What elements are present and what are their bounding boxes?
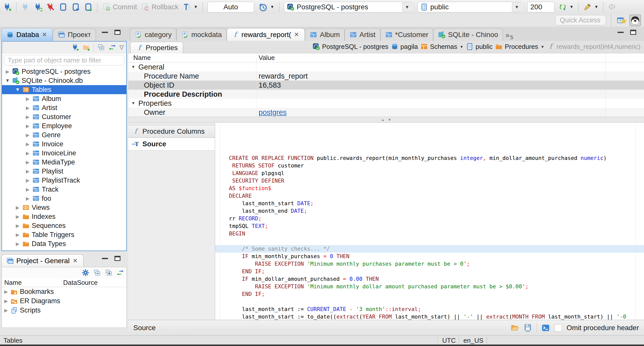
tree-item-mediatype[interactable]: ▶MediaType [2, 158, 126, 167]
expand-arrow-icon[interactable]: ▶ [13, 232, 22, 238]
expand-all-icon[interactable] [105, 269, 112, 276]
expand-arrow-icon[interactable]: ▶ [23, 105, 32, 111]
expand-arrow-icon[interactable]: ▶ [23, 178, 32, 183]
tree-item-track[interactable]: ▶Track [2, 185, 126, 194]
tree-item-views[interactable]: ▶Views [2, 203, 126, 212]
maximize-icon[interactable] [114, 30, 120, 35]
expand-arrow-icon[interactable]: ▶ [23, 196, 32, 201]
transaction-log-button[interactable]: ▼ [258, 2, 274, 12]
project-item-er-diagrams[interactable]: ▶ER Diagrams [2, 296, 127, 306]
expand-arrow-icon[interactable]: ▶ [23, 141, 32, 147]
close-icon[interactable] [294, 31, 300, 38]
view-menu-icon[interactable]: ▽ [119, 44, 124, 51]
minimize-icon[interactable] [102, 256, 108, 259]
source-code-editor[interactable]: CREATE OR REPLACE FUNCTION public.reward… [215, 123, 644, 320]
status-timezone[interactable]: UTC [442, 337, 456, 344]
fetch-size-input[interactable]: 200 [527, 2, 554, 12]
new-folder-icon[interactable] [83, 44, 90, 51]
link-with-editor-icon[interactable] [108, 44, 116, 51]
omit-header-checkbox[interactable] [554, 324, 562, 332]
sql-editor-icon[interactable] [59, 3, 67, 11]
expand-arrow-icon[interactable]: ▶ [3, 69, 12, 75]
breadcrumb-item-public[interactable]: public [466, 43, 493, 51]
link-with-editor-icon[interactable] [116, 269, 124, 276]
column-divider[interactable] [256, 53, 256, 117]
expand-arrow-icon[interactable]: ▶ [23, 187, 32, 192]
tree-item-playlisttrack[interactable]: ▶PlaylistTrack [2, 176, 126, 185]
save-to-file-icon[interactable] [524, 324, 532, 332]
expand-arrow-icon[interactable]: ▶ [23, 159, 32, 165]
tree-item-postgresql-postgres[interactable]: ▶PostgreSQL - postgres [2, 67, 126, 76]
project-item-scripts[interactable]: ▶Scripts [2, 306, 127, 315]
expand-arrow-icon[interactable]: ▶ [2, 298, 10, 304]
navigator-filter-input[interactable]: Type part of object name to filter [4, 55, 124, 65]
tab-properties[interactable]: f Properties [130, 42, 183, 54]
commit-button[interactable]: Commit [102, 3, 137, 11]
expand-arrow-icon[interactable]: ▶ [23, 132, 32, 138]
tree-item-sequences[interactable]: ▶Sequences [2, 221, 126, 230]
expand-arrow-icon[interactable]: ▶ [13, 241, 22, 247]
close-icon[interactable] [42, 31, 48, 38]
dropdown-arrow-icon[interactable]: ▼ [460, 45, 464, 49]
sidebar-tab-проект[interactable]: Проект [53, 28, 96, 41]
editor-tab-artist[interactable]: Artist [345, 28, 380, 41]
maximize-icon[interactable] [630, 30, 636, 35]
back-navigation-icon[interactable] [608, 3, 617, 11]
schema-combo[interactable]: public ▼ [418, 2, 523, 12]
editor-tab-rewards-report-[interactable]: frewards_report( [227, 28, 305, 41]
maximize-icon[interactable] [114, 256, 120, 261]
transaction-mode-button[interactable]: ▼ [183, 3, 198, 11]
tree-item-invoice[interactable]: ▶Invoice [2, 140, 126, 149]
column-divider[interactable] [96, 278, 96, 287]
expand-arrow-icon[interactable]: ▶ [23, 96, 32, 102]
property-row-procedure-name[interactable]: Procedure Namerewards_report [128, 72, 644, 81]
expand-arrow-icon[interactable]: ▶ [2, 289, 10, 295]
expand-arrow-icon[interactable]: ▶ [13, 205, 22, 211]
property-value-link[interactable]: postgres [259, 108, 287, 117]
tree-item-table-triggers[interactable]: ▶Table Triggers [2, 230, 126, 239]
new-connection-icon[interactable] [3, 3, 12, 11]
minimize-icon[interactable] [102, 29, 108, 33]
tree-item-playlist[interactable]: ▶Playlist [2, 167, 126, 176]
tree-item-foo[interactable]: ▶foo [2, 194, 126, 203]
dbeaver-perspective-button[interactable] [629, 15, 641, 26]
column-divider[interactable] [606, 53, 606, 117]
minimize-icon[interactable] [618, 29, 624, 33]
persist-console-icon[interactable] [541, 324, 550, 332]
expand-arrow-icon[interactable]: ▶ [13, 223, 22, 229]
breadcrumb-item-rewards-report-int4-numeric-[interactable]: frewards_report(int4,numeric) [547, 43, 640, 51]
expand-arrow-icon[interactable]: ▶ [23, 150, 32, 156]
status-locale[interactable]: en_US [463, 337, 484, 344]
breadcrumb-item-postgresql-postgres[interactable]: PostgreSQL - postgres [312, 43, 388, 51]
tree-item-album[interactable]: ▶Album [2, 94, 126, 103]
sash-down-icon[interactable]: ▼ [388, 118, 391, 122]
collapse-all-icon[interactable] [97, 44, 105, 51]
rollback-button[interactable]: Rollback [141, 3, 178, 11]
property-row-properties[interactable]: ▼Properties [128, 99, 644, 108]
property-row-object-id[interactable]: Object ID16,583 [128, 81, 644, 90]
gear-icon[interactable] [82, 269, 89, 276]
expand-arrow-icon[interactable]: ▶ [23, 114, 32, 120]
editor-tab-mockdata[interactable]: mockdata [176, 28, 226, 41]
hidden-tabs-chevron[interactable]: »5 [503, 30, 516, 41]
tree-item-employee[interactable]: ▶Employee [2, 121, 126, 130]
sql-console-icon[interactable] [71, 3, 80, 11]
tree-item-data-types[interactable]: ▶Data Types [2, 239, 126, 248]
collapse-all-icon[interactable] [93, 269, 101, 276]
connection-combo[interactable]: PostgreSQL - postgres ▼ [284, 2, 414, 12]
dropdown-arrow-icon[interactable]: ▼ [541, 45, 544, 49]
tree-item-customer[interactable]: ▶Customer [2, 112, 126, 121]
splitter-sash[interactable]: ▲ ▼ [128, 117, 644, 123]
tab-project-general[interactable]: Project - General [2, 254, 84, 267]
sash-up-icon[interactable]: ▲ [381, 118, 384, 122]
property-row-owner[interactable]: Ownerpostgres [128, 108, 644, 117]
editor-tab-sqlite-chinoo[interactable]: SQLite - Chinoo [433, 28, 503, 41]
breadcrumb-item-pagila[interactable]: pagila [391, 43, 418, 51]
collapse-arrow-icon[interactable]: ▼ [3, 78, 12, 83]
editor-tab-album[interactable]: Album [305, 28, 344, 41]
expand-arrow-icon[interactable]: ▶ [13, 214, 22, 220]
open-perspective-button[interactable] [616, 15, 627, 26]
tree-item-indexes[interactable]: ▶Indexes [2, 212, 126, 221]
subtab-procedure-columns[interactable]: fProcedure Columns [128, 125, 215, 138]
generate-mock-data-button[interactable]: ▼ [583, 3, 598, 11]
